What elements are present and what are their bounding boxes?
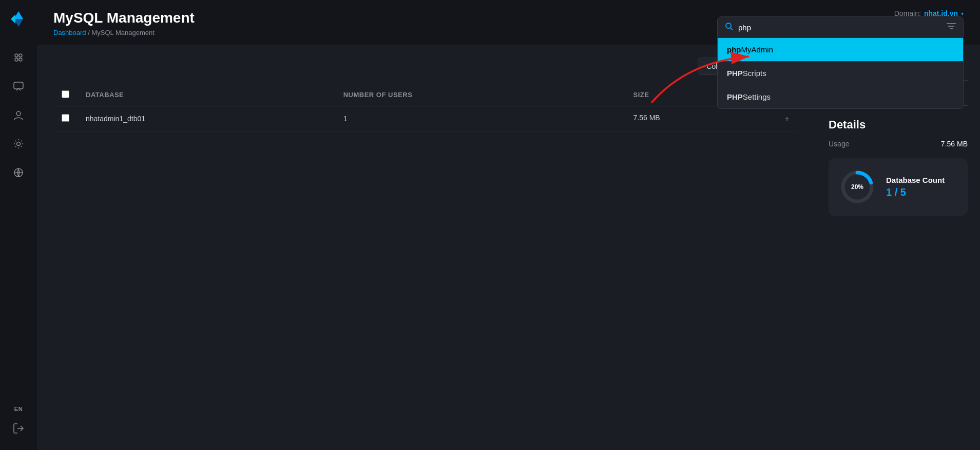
- svg-point-5: [19, 54, 22, 57]
- header-right: Domain: nhat.id.vn ▾: [894, 9, 964, 17]
- db-count-label: Database Count: [886, 176, 945, 184]
- svg-point-4: [15, 54, 18, 57]
- page-title: MySQL Management: [53, 9, 195, 27]
- sidebar-bottom: EN: [6, 406, 31, 441]
- row-users: 1: [335, 106, 625, 132]
- breadcrumb-home[interactable]: Dashboard: [53, 29, 86, 36]
- add-icon[interactable]: ＋: [783, 114, 791, 124]
- svg-marker-3: [11, 14, 15, 24]
- header: MySQL Management Dashboard / MySQL Manag…: [37, 0, 980, 45]
- main-area: MySQL Management Dashboard / MySQL Manag…: [37, 0, 980, 450]
- toolbar: Columns ▾ Densi...: [53, 58, 799, 75]
- chevron-down-icon: ▾: [961, 11, 964, 16]
- search-result-php-settings[interactable]: PHP Settings: [718, 85, 963, 108]
- svg-point-6: [15, 58, 18, 61]
- search-box: [717, 16, 964, 38]
- svg-point-7: [19, 58, 22, 61]
- search-container: phpMyAdmin PHP Scripts PHP Settings: [717, 16, 964, 109]
- db-fraction: 1 / 5: [886, 186, 945, 198]
- grid-icon[interactable]: [6, 45, 31, 70]
- table-header-checkbox: [53, 84, 78, 106]
- breadcrumb-current: MySQL Management: [91, 29, 154, 36]
- logo-icon: [9, 9, 28, 29]
- table-row: nhatadmin1_dtb01 1 7.56 MB ＋: [53, 106, 799, 132]
- search-result-phpMyAdmin[interactable]: phpMyAdmin: [718, 38, 963, 61]
- svg-point-10: [17, 142, 21, 146]
- svg-line-14: [731, 28, 733, 30]
- logo: [9, 9, 28, 29]
- search-input[interactable]: [738, 23, 941, 32]
- search-result-php-scripts[interactable]: PHP Scripts: [718, 62, 963, 85]
- usage-value: 7.56 MB: [941, 140, 968, 148]
- language-label[interactable]: EN: [14, 406, 23, 412]
- sidebar: EN: [0, 0, 37, 450]
- search-icon: [725, 22, 733, 32]
- donut-info: Database Count 1 / 5: [886, 176, 945, 198]
- filter-icon[interactable]: [947, 23, 956, 32]
- col-database: Database: [78, 84, 335, 106]
- table-section: Columns ▾ Densi... Database Number of Us…: [37, 45, 816, 450]
- svg-point-9: [16, 111, 21, 116]
- usage-row: Usage 7.56 MB: [829, 140, 968, 148]
- donut-chart: 20%: [839, 168, 876, 205]
- breadcrumb: Dashboard / MySQL Management: [53, 29, 195, 36]
- row-checkbox[interactable]: [62, 114, 69, 122]
- user-icon[interactable]: [6, 103, 31, 127]
- donut-percent-label: 20%: [851, 183, 863, 191]
- select-all-checkbox[interactable]: [62, 90, 69, 98]
- title-section: MySQL Management Dashboard / MySQL Manag…: [53, 9, 195, 36]
- details-title: Details: [829, 118, 968, 132]
- usage-label: Usage: [829, 140, 849, 148]
- sidebar-nav: [6, 45, 31, 406]
- row-size: 7.56 MB ＋: [625, 106, 799, 132]
- logout-icon[interactable]: [6, 416, 31, 441]
- chat-icon[interactable]: [6, 74, 31, 99]
- globe-icon[interactable]: [6, 160, 31, 185]
- svg-point-13: [726, 23, 731, 28]
- database-table: Database Number of Users Size nhatadmin1…: [53, 84, 799, 132]
- col-users: Number of Users: [335, 84, 625, 106]
- search-dropdown: phpMyAdmin PHP Scripts PHP Settings: [717, 38, 964, 109]
- row-db-name: nhatadmin1_dtb01: [78, 106, 335, 132]
- donut-section: 20% Database Count 1 / 5: [829, 158, 968, 216]
- settings-icon[interactable]: [6, 132, 31, 156]
- row-checkbox-cell: [53, 106, 78, 132]
